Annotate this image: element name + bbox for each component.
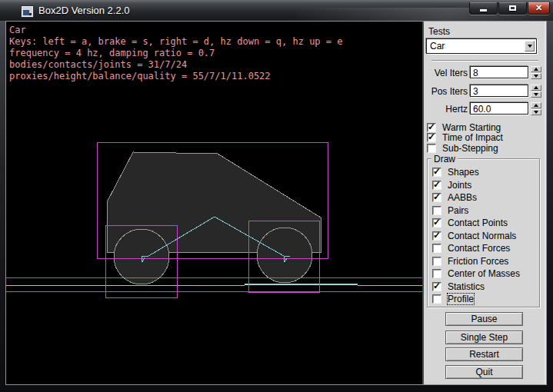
simulation-canvas[interactable]: Car Keys: left = a, brake = s, right = d… — [6, 22, 422, 384]
hertz-label: Hertz — [424, 104, 468, 115]
spinner-up-icon[interactable] — [531, 66, 541, 72]
warm-starting-label: Warm Starting — [442, 122, 501, 133]
hertz-spinner[interactable] — [531, 102, 541, 115]
maximize-button[interactable] — [498, 2, 527, 15]
app-window: Box2D Version 2.2.0 ✕ Car Keys: left = a… — [0, 0, 553, 392]
draw-group-label: Draw — [431, 154, 458, 164]
spinner-down-icon[interactable] — [531, 109, 541, 115]
time-of-impact-checkbox[interactable] — [427, 133, 436, 142]
test-select[interactable]: Car — [426, 38, 537, 54]
contact-points-row[interactable]: Contact Points — [432, 218, 508, 228]
statistics-checkbox[interactable] — [432, 282, 441, 291]
minimize-button[interactable] — [469, 2, 498, 15]
pairs-label: Pairs — [448, 205, 468, 216]
test-select-value: Car — [430, 41, 445, 51]
minimize-icon — [480, 9, 487, 12]
app-icon — [22, 6, 33, 17]
sub-stepping-label: Sub-Stepping — [442, 143, 498, 154]
pos-iters-spinner[interactable] — [531, 85, 541, 98]
restart-button[interactable]: Restart — [445, 347, 523, 361]
spinner-up-icon[interactable] — [531, 102, 541, 108]
pause-button[interactable]: Pause — [445, 312, 523, 326]
profile-row[interactable]: Profile — [432, 294, 474, 304]
contact-points-label: Contact Points — [448, 218, 508, 228]
statistics-label: Statistics — [448, 281, 485, 292]
profile-checkbox[interactable] — [432, 294, 441, 304]
profile-label: Profile — [448, 294, 474, 304]
time-of-impact-row[interactable]: Time of Impact — [427, 132, 503, 142]
contact-forces-row[interactable]: Contact Forces — [432, 243, 510, 253]
friction-forces-checkbox[interactable] — [432, 257, 441, 266]
friction-forces-label: Friction Forces — [448, 256, 508, 267]
center-of-masses-row[interactable]: Center of Masses — [432, 268, 520, 278]
joints-checkbox[interactable] — [432, 181, 441, 190]
spinner-down-icon[interactable] — [531, 91, 541, 98]
chevron-down-icon — [528, 45, 532, 48]
center-of-masses-checkbox[interactable] — [432, 269, 441, 278]
contact-normals-label: Contact Normals — [448, 231, 516, 241]
shapes-label: Shapes — [448, 167, 479, 178]
physics-scene — [6, 22, 422, 384]
close-button[interactable]: ✕ — [528, 2, 550, 15]
maximize-icon — [509, 5, 516, 11]
hertz-input[interactable]: 60.0 — [470, 102, 528, 115]
statistics-row[interactable]: Statistics — [432, 281, 485, 291]
contact-points-checkbox[interactable] — [432, 218, 441, 228]
pos-iters-input[interactable]: 3 — [470, 85, 528, 97]
aabbs-row[interactable]: AABBs — [432, 192, 477, 202]
separator — [431, 60, 538, 61]
contact-forces-label: Contact Forces — [448, 243, 510, 254]
sub-stepping-row[interactable]: Sub-Stepping — [427, 143, 498, 153]
joints-row[interactable]: Joints — [432, 180, 471, 190]
vel-iters-input[interactable]: 8 — [470, 66, 528, 78]
vel-iters-label: Vel Iters — [424, 68, 468, 78]
control-panel: Tests Car Vel Iters 8 Pos Iters 3 He — [422, 22, 546, 384]
joints-label: Joints — [448, 180, 471, 191]
contact-normals-row[interactable]: Contact Normals — [432, 231, 516, 241]
sub-stepping-checkbox[interactable] — [427, 144, 436, 153]
spinner-down-icon[interactable] — [531, 73, 541, 79]
center-of-masses-label: Center of Masses — [448, 268, 520, 279]
pos-iters-label: Pos Iters — [424, 86, 468, 97]
single-step-button[interactable]: Single Step — [445, 331, 523, 344]
quit-button[interactable]: Quit — [445, 365, 523, 379]
vel-iters-spinner[interactable] — [531, 66, 541, 79]
title-bar[interactable]: Box2D Version 2.2.0 ✕ — [0, 0, 553, 21]
tests-label: Tests — [428, 26, 450, 37]
pairs-row[interactable]: Pairs — [432, 205, 468, 215]
shapes-checkbox[interactable] — [432, 168, 441, 177]
pairs-checkbox[interactable] — [432, 206, 441, 215]
test-select-dropdown-button[interactable] — [525, 41, 535, 51]
shapes-row[interactable]: Shapes — [432, 167, 479, 177]
spinner-up-icon[interactable] — [531, 85, 541, 91]
contact-forces-checkbox[interactable] — [432, 244, 441, 253]
window-title: Box2D Version 2.2.0 — [38, 5, 130, 16]
aabbs-checkbox[interactable] — [432, 193, 441, 202]
time-of-impact-label: Time of Impact — [442, 132, 503, 143]
friction-forces-row[interactable]: Friction Forces — [432, 256, 508, 266]
contact-normals-checkbox[interactable] — [432, 231, 441, 241]
close-icon: ✕ — [535, 3, 542, 13]
aabbs-label: AABBs — [448, 192, 477, 203]
client-area: Car Keys: left = a, brake = s, right = d… — [5, 21, 547, 385]
warm-starting-row[interactable]: Warm Starting — [427, 122, 501, 132]
front-wheel — [257, 228, 312, 283]
